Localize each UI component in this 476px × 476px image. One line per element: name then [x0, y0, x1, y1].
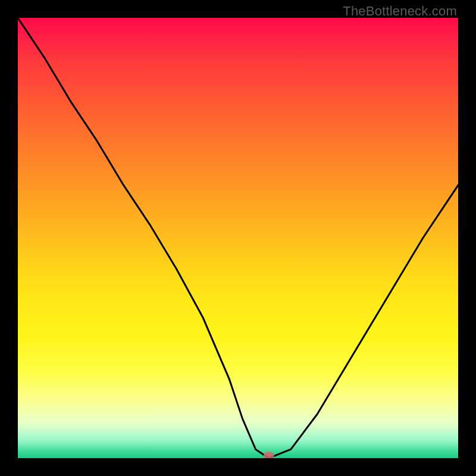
watermark-text: TheBottleneck.com	[343, 4, 457, 19]
plot-area	[18, 18, 458, 458]
chart-svg	[18, 18, 458, 458]
bottleneck-curve	[18, 18, 458, 458]
minimum-marker	[264, 452, 274, 458]
